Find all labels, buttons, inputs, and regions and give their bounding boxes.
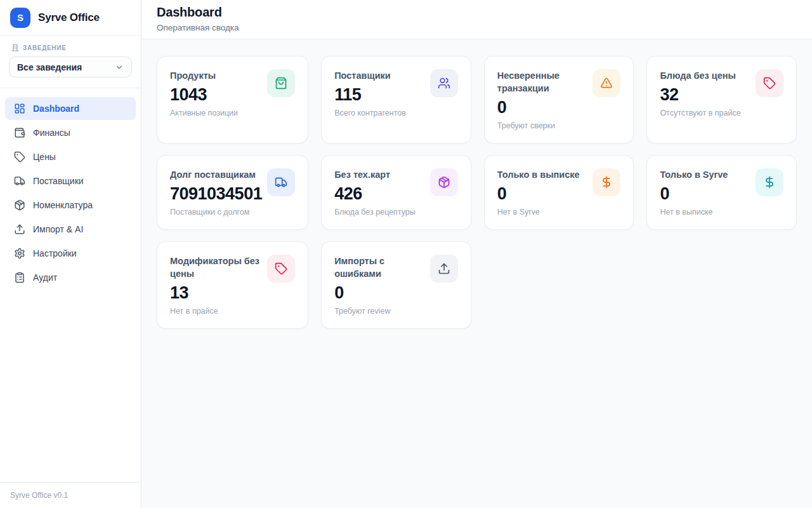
stats-grid: Продукты 1043 Активные позиции Поставщик… (157, 56, 797, 329)
card-subtitle: Нет в Syrve (497, 208, 588, 217)
card-value: 0 (497, 184, 588, 204)
venue-label: ЗАВЕДЕНИЕ (11, 44, 132, 51)
card-subtitle: Всего контрагентов (334, 109, 425, 117)
card-unreconciled-transactions: Несверенные транзакции 0 Требуют сверки (484, 56, 634, 144)
card-value: 1043 (170, 85, 262, 105)
card-imports-with-errors: Импорты с ошибками 0 Требуют review (321, 241, 471, 329)
tag-icon (14, 151, 25, 163)
gear-icon (14, 248, 25, 259)
sidebar-item-prices[interactable]: Цены (5, 145, 136, 168)
upload-icon (430, 255, 458, 283)
sidebar: S Syrve Office ЗАВЕДЕНИЕ Все заведения D… (0, 0, 141, 508)
card-subtitle: Требуют сверки (497, 121, 588, 130)
chevron-down-icon (115, 63, 124, 72)
card-value: 13 (170, 283, 262, 303)
sidebar-item-settings[interactable]: Настройки (5, 242, 136, 265)
card-supplier-debt: Долг поставщикам 7091034501 Поставщики с… (157, 155, 308, 230)
clipboard-icon (14, 272, 25, 283)
card-title: Импорты с ошибками (334, 255, 425, 280)
sidebar-item-nomenclature[interactable]: Номенклатура (5, 194, 136, 217)
card-suppliers: Поставщики 115 Всего контрагентов (321, 56, 471, 144)
card-title: Без тех.карт (334, 168, 425, 181)
card-subtitle: Отсутствуют в прайсе (660, 109, 750, 117)
sidebar-nav: Dashboard Финансы Цены Поставщики Номенк… (0, 88, 141, 482)
sidebar-item-label: Dashboard (33, 104, 79, 114)
sidebar-item-label: Номенклатура (33, 200, 93, 210)
card-title: Только в выписке (497, 168, 588, 181)
sidebar-item-suppliers[interactable]: Поставщики (5, 170, 136, 192)
card-title: Блюда без цены (660, 69, 750, 82)
card-title: Долг поставщикам (170, 168, 262, 181)
card-value: 0 (660, 184, 750, 204)
building-icon (11, 44, 19, 51)
app-logo: S (10, 8, 30, 28)
page-subtitle: Оперативная сводка (157, 23, 797, 32)
layout-dashboard-icon (14, 103, 25, 114)
sidebar-item-audit[interactable]: Аудит (5, 266, 136, 289)
card-value: 426 (334, 184, 425, 204)
card-value: 0 (497, 98, 588, 117)
sidebar-item-label: Финансы (33, 128, 70, 138)
venue-select-value: Все заведения (17, 62, 82, 72)
package-icon (430, 168, 458, 196)
card-subtitle: Нет в прайсе (170, 307, 262, 316)
card-subtitle: Требуют review (334, 307, 425, 316)
card-title: Продукты (170, 69, 262, 82)
venue-label-text: ЗАВЕДЕНИЕ (23, 44, 67, 51)
sidebar-item-import-ai[interactable]: Импорт & AI (5, 218, 136, 241)
card-without-tech-cards: Без тех.карт 426 Блюда без рецептуры (321, 155, 471, 230)
price-tag-icon (756, 69, 783, 97)
sidebar-item-label: Импорт & AI (33, 224, 83, 234)
card-only-in-syrve: Только в Syrve 0 Нет в выписке (646, 155, 797, 230)
sidebar-item-dashboard[interactable]: Dashboard (5, 97, 136, 120)
venue-select[interactable]: Все заведения (9, 57, 132, 77)
card-subtitle: Нет в выписке (660, 208, 750, 217)
venue-block: ЗАВЕДЕНИЕ Все заведения (0, 36, 141, 88)
sidebar-item-label: Аудит (33, 272, 57, 283)
upload-icon (14, 224, 25, 235)
sidebar-item-finances[interactable]: Финансы (5, 121, 136, 144)
package-icon (14, 199, 25, 211)
card-subtitle: Активные позиции (170, 109, 262, 117)
price-tag-icon (267, 255, 295, 283)
sidebar-item-label: Настройки (33, 248, 77, 258)
dollar-icon (593, 168, 620, 196)
card-value: 7091034501 (170, 184, 262, 204)
app-version: Syrve Office v0.1 (0, 482, 141, 508)
sidebar-item-label: Цены (33, 152, 56, 162)
card-title: Несверенные транзакции (497, 69, 588, 95)
page-header: Dashboard Оперативная сводка (141, 0, 812, 39)
wallet-icon (14, 127, 25, 138)
card-title: Модификаторы без цены (170, 255, 262, 280)
card-products: Продукты 1043 Активные позиции (157, 56, 308, 144)
main: Dashboard Оперативная сводка Продукты 10… (141, 0, 812, 508)
card-dishes-without-price: Блюда без цены 32 Отсутствуют в прайсе (646, 56, 797, 144)
app-logo-row: S Syrve Office (0, 0, 141, 36)
card-value: 115 (334, 85, 425, 105)
truck-icon (267, 168, 295, 196)
truck-icon (14, 175, 25, 187)
card-value: 0 (334, 283, 425, 303)
shopping-bag-icon (267, 69, 295, 97)
page-title: Dashboard (157, 5, 797, 20)
card-value: 32 (660, 85, 750, 105)
content: Продукты 1043 Активные позиции Поставщик… (141, 39, 812, 508)
sidebar-item-label: Поставщики (33, 176, 84, 186)
card-title: Только в Syrve (660, 168, 750, 181)
app-name: Syrve Office (38, 11, 100, 24)
card-only-in-statement: Только в выписке 0 Нет в Syrve (484, 155, 634, 230)
card-modifiers-without-price: Модификаторы без цены 13 Нет в прайсе (157, 241, 308, 329)
dollar-icon (756, 168, 783, 196)
card-subtitle: Поставщики с долгом (170, 208, 262, 217)
card-title: Поставщики (334, 69, 425, 82)
card-subtitle: Блюда без рецептуры (334, 208, 425, 217)
alert-triangle-icon (593, 69, 620, 97)
users-icon (430, 69, 458, 97)
